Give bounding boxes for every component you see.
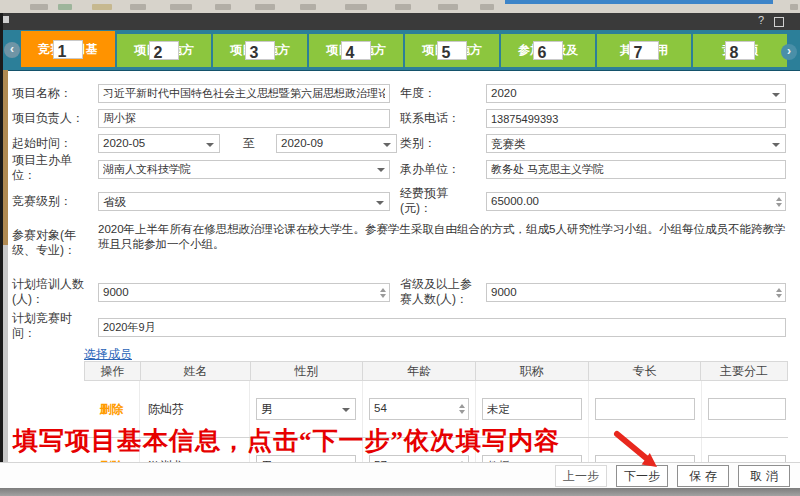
top-toolbar — [0, 0, 800, 13]
tab-step-5[interactable]: 5 项目实施方 — [405, 34, 499, 67]
tabs-scroll-left-icon[interactable]: ‹ — [4, 42, 20, 58]
trainees-value: 9000 — [103, 286, 129, 298]
year-select[interactable]: 2020 — [486, 84, 786, 103]
prov-participants-label: 省级及以上参 赛人数(人)： — [400, 277, 486, 307]
host-unit-input[interactable] — [98, 160, 390, 179]
tab-number: 2 — [149, 41, 180, 60]
help-icon[interactable]: ? — [758, 14, 764, 26]
delete-member-link[interactable]: 删除 — [84, 401, 139, 418]
background-scrollbar[interactable] — [3, 245, 8, 462]
tab-number: 7 — [629, 41, 660, 60]
number-spinner-icon[interactable] — [776, 288, 782, 298]
number-spinner-icon[interactable] — [380, 288, 386, 298]
end-month-select[interactable]: 2020-09 — [276, 134, 397, 153]
background-scrollbar-top — [3, 70, 8, 245]
col-header-age: 年龄 — [363, 362, 476, 380]
leader-field-wrap — [98, 109, 390, 128]
annotation-text: 填写项目基本信息，点击“下一步”依次填写内容 — [13, 424, 560, 457]
tab-step-3[interactable]: 3 项目实施方 — [213, 34, 307, 67]
window-icon — [2, 16, 9, 23]
cancel-button[interactable]: 取 消 — [738, 465, 790, 487]
to-label: 至 — [243, 136, 263, 151]
tab-number: 6 — [533, 41, 564, 60]
phone-field-wrap — [486, 109, 786, 128]
leader-input[interactable] — [98, 109, 390, 128]
start-month-select[interactable]: 2020-05 — [98, 134, 220, 153]
budget-value: 65000.00 — [491, 195, 539, 207]
toolbar-icon-placeholder[interactable] — [130, 4, 146, 10]
tabs-scroll-right-icon[interactable]: › — [781, 44, 797, 60]
dialog-title-bar: ? — [0, 13, 800, 30]
application-window: ? 1 竞赛项目基 2 项目实施方 3 项目实施方 4 项目实施方 5 项 — [0, 0, 800, 496]
tab-step-4[interactable]: 4 项目实施方 — [309, 34, 403, 67]
member-duty-input[interactable] — [708, 398, 786, 420]
host-unit-label: 项目主办单 位： — [12, 153, 98, 183]
undertaker-field-wrap — [486, 160, 786, 179]
members-table-header: 操作 姓名 性别 年龄 职称 专长 主要分工 — [84, 361, 788, 381]
prov-participants-number-input[interactable]: 9000 — [486, 283, 786, 302]
toolbar-icon-placeholder[interactable] — [215, 4, 231, 10]
tab-number: 3 — [245, 41, 276, 60]
budget-number-input[interactable]: 65000.00 — [486, 192, 786, 211]
col-header-action: 操作 — [85, 362, 141, 380]
tab-step-6[interactable]: 6 参加省级及 — [501, 34, 595, 67]
member-specialty-input[interactable] — [595, 398, 695, 420]
trainees-number-input[interactable]: 9000 — [98, 283, 390, 302]
step-tabs: 1 竞赛项目基 2 项目实施方 3 项目实施方 4 项目实施方 5 项目实施方 … — [21, 34, 789, 67]
member-age-value: 54 — [374, 402, 387, 414]
comp-time-label: 计划竞赛时 间： — [12, 311, 98, 341]
tab-number: 5 — [437, 41, 468, 60]
toolbar-icon-placeholder[interactable] — [438, 4, 458, 10]
tab-number: 4 — [341, 41, 372, 60]
category-value: 竞赛类 — [491, 138, 526, 150]
level-value: 省级 — [103, 196, 126, 208]
project-name-input[interactable] — [98, 84, 390, 103]
step-tabbar: 1 竞赛项目基 2 项目实施方 3 项目实施方 4 项目实施方 5 项目实施方 … — [0, 30, 800, 71]
number-spinner-icon[interactable] — [776, 197, 782, 207]
year-label: 年度： — [400, 86, 486, 101]
number-spinner-icon[interactable] — [459, 404, 465, 414]
year-select-value: 2020 — [491, 87, 517, 99]
col-header-gender: 性别 — [251, 362, 364, 380]
tab-number: 1 — [53, 40, 84, 59]
comp-time-input[interactable] — [98, 318, 786, 337]
member-gender-select[interactable]: 男 — [256, 398, 356, 420]
form-content: 项目名称： 年度： 2020 项目负责人： 联系电话： 起始时间： 2020-0… — [0, 70, 800, 462]
member-title-input[interactable] — [482, 398, 582, 420]
budget-label: 经费预算 (元)： — [400, 186, 486, 216]
category-label: 类别： — [400, 136, 486, 151]
level-select[interactable]: 省级 — [98, 192, 390, 211]
tab-step-1[interactable]: 1 竞赛项目基 — [21, 31, 115, 67]
toolbar-icon-placeholder[interactable] — [92, 4, 112, 10]
toolbar-icon-placeholder[interactable] — [395, 4, 411, 10]
host-unit-field-wrap — [98, 160, 390, 179]
toolbar-icon-placeholder[interactable] — [170, 4, 192, 10]
toolbar-icon-placeholder[interactable] — [255, 4, 275, 10]
toolbar-icon-placeholder[interactable] — [345, 4, 367, 10]
undertaker-input[interactable] — [486, 160, 786, 179]
col-header-title: 职称 — [476, 362, 589, 380]
toolbar-icon-placeholder[interactable] — [58, 4, 72, 10]
dropdown-arrow-icon — [772, 93, 780, 97]
toolbar-icon-placeholder[interactable] — [30, 4, 48, 10]
toolbar-icon-placeholder[interactable] — [790, 4, 798, 10]
tab-step-2[interactable]: 2 项目实施方 — [117, 34, 211, 67]
toolbar-icon-placeholder[interactable] — [300, 4, 316, 10]
start-month-value: 2020-05 — [103, 137, 145, 149]
tab-step-8[interactable]: 8 竞赛项 — [693, 34, 787, 67]
toolbar-icon-placeholder[interactable] — [480, 4, 494, 10]
previous-step-button[interactable]: 上一步 — [555, 465, 607, 487]
save-button[interactable]: 保 存 — [677, 465, 729, 487]
dialog-footer: 上一步 下一步 保 存 取 消 — [0, 462, 800, 488]
restore-icon[interactable] — [774, 17, 784, 27]
end-month-value: 2020-09 — [281, 137, 323, 149]
project-name-label: 项目名称： — [12, 86, 98, 101]
category-select[interactable]: 竞赛类 — [486, 134, 786, 153]
member-name: 陈灿芬 — [148, 401, 184, 418]
target-textarea[interactable]: 2020年上半年所有在修思想政治理论课在校大学生。参赛学生采取自由组合的方式，组… — [98, 222, 788, 252]
tab-step-7[interactable]: 7 其它费用 — [597, 34, 691, 67]
target-label: 参赛对象(年 级、专业)： — [12, 228, 98, 258]
member-age-number-input[interactable]: 54 — [369, 398, 469, 420]
phone-input[interactable] — [486, 109, 786, 128]
project-name-field-wrap — [98, 84, 390, 103]
